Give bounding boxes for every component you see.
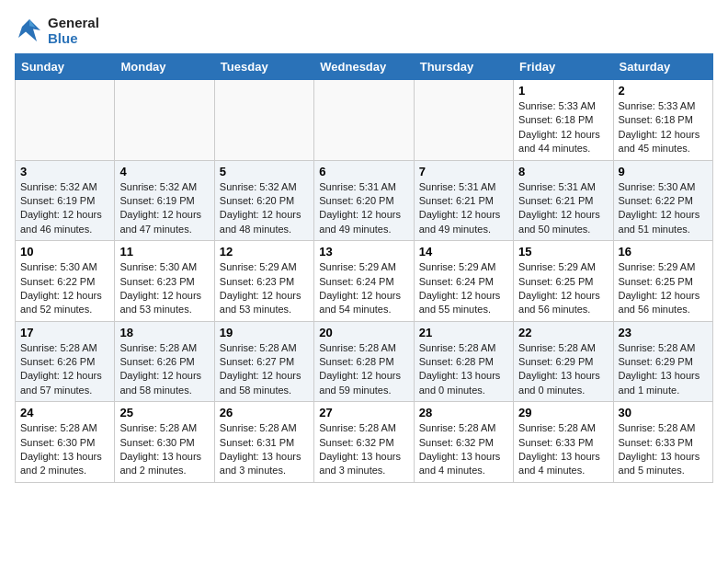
calendar-table: SundayMondayTuesdayWednesdayThursdayFrid… [15, 53, 713, 483]
calendar-cell [16, 80, 115, 161]
day-number: 12 [220, 245, 309, 259]
day-info: Sunrise: 5:28 AM Sunset: 6:32 PM Dayligh… [419, 421, 508, 478]
day-info: Sunrise: 5:29 AM Sunset: 6:23 PM Dayligh… [220, 260, 309, 317]
day-info: Sunrise: 5:31 AM Sunset: 6:21 PM Dayligh… [419, 180, 508, 237]
day-number: 27 [319, 406, 408, 419]
day-info: Sunrise: 5:28 AM Sunset: 6:33 PM Dayligh… [619, 421, 708, 478]
day-number: 18 [119, 326, 209, 339]
calendar-cell: 3Sunrise: 5:32 AM Sunset: 6:19 PM Daylig… [16, 160, 115, 241]
day-number: 26 [220, 406, 309, 419]
col-header-saturday: Saturday [613, 54, 712, 80]
day-info: Sunrise: 5:30 AM Sunset: 6:22 PM Dayligh… [619, 180, 708, 237]
day-number: 28 [419, 406, 508, 419]
day-number: 9 [619, 165, 708, 178]
calendar-cell: 29Sunrise: 5:28 AM Sunset: 6:33 PM Dayli… [514, 402, 613, 483]
day-info: Sunrise: 5:29 AM Sunset: 6:25 PM Dayligh… [518, 260, 608, 317]
logo-icon [15, 16, 44, 45]
day-number: 7 [419, 165, 508, 178]
calendar-cell: 24Sunrise: 5:28 AM Sunset: 6:30 PM Dayli… [16, 402, 115, 483]
day-number: 14 [419, 245, 508, 259]
day-number: 8 [518, 165, 608, 178]
day-info: Sunrise: 5:32 AM Sunset: 6:20 PM Dayligh… [220, 180, 309, 237]
calendar-cell: 15Sunrise: 5:29 AM Sunset: 6:25 PM Dayli… [514, 241, 613, 322]
day-number: 21 [419, 326, 508, 339]
day-info: Sunrise: 5:31 AM Sunset: 6:20 PM Dayligh… [319, 180, 408, 237]
day-number: 22 [518, 326, 608, 339]
calendar-cell: 14Sunrise: 5:29 AM Sunset: 6:24 PM Dayli… [414, 241, 513, 322]
day-number: 6 [319, 165, 408, 178]
calendar-cell: 23Sunrise: 5:28 AM Sunset: 6:29 PM Dayli… [613, 321, 712, 402]
calendar-cell: 17Sunrise: 5:28 AM Sunset: 6:26 PM Dayli… [16, 321, 115, 402]
day-number: 24 [20, 406, 109, 419]
day-info: Sunrise: 5:28 AM Sunset: 6:28 PM Dayligh… [419, 341, 508, 398]
day-info: Sunrise: 5:28 AM Sunset: 6:30 PM Dayligh… [20, 421, 109, 478]
day-number: 20 [319, 326, 408, 339]
calendar-cell: 30Sunrise: 5:28 AM Sunset: 6:33 PM Dayli… [613, 402, 712, 483]
calendar-cell: 11Sunrise: 5:30 AM Sunset: 6:23 PM Dayli… [115, 241, 214, 322]
day-number: 17 [20, 326, 109, 339]
calendar-cell: 4Sunrise: 5:32 AM Sunset: 6:19 PM Daylig… [115, 160, 214, 241]
day-number: 13 [319, 245, 408, 259]
day-info: Sunrise: 5:29 AM Sunset: 6:25 PM Dayligh… [619, 260, 708, 317]
day-number: 11 [119, 245, 209, 259]
calendar-cell: 21Sunrise: 5:28 AM Sunset: 6:28 PM Dayli… [414, 321, 513, 402]
calendar-week-row: 17Sunrise: 5:28 AM Sunset: 6:26 PM Dayli… [16, 321, 713, 402]
col-header-sunday: Sunday [16, 54, 115, 80]
calendar-cell: 8Sunrise: 5:31 AM Sunset: 6:21 PM Daylig… [514, 160, 613, 241]
day-info: Sunrise: 5:29 AM Sunset: 6:24 PM Dayligh… [419, 260, 508, 317]
day-info: Sunrise: 5:28 AM Sunset: 6:29 PM Dayligh… [518, 341, 608, 398]
calendar-cell: 22Sunrise: 5:28 AM Sunset: 6:29 PM Dayli… [514, 321, 613, 402]
col-header-monday: Monday [115, 54, 214, 80]
calendar-cell: 25Sunrise: 5:28 AM Sunset: 6:30 PM Dayli… [115, 402, 214, 483]
day-info: Sunrise: 5:28 AM Sunset: 6:26 PM Dayligh… [119, 341, 209, 398]
day-info: Sunrise: 5:28 AM Sunset: 6:27 PM Dayligh… [220, 341, 309, 398]
day-number: 29 [518, 406, 608, 419]
calendar-cell: 7Sunrise: 5:31 AM Sunset: 6:21 PM Daylig… [414, 160, 513, 241]
day-number: 10 [20, 245, 109, 259]
day-info: Sunrise: 5:28 AM Sunset: 6:29 PM Dayligh… [619, 341, 708, 398]
day-number: 5 [220, 165, 309, 178]
day-number: 2 [619, 84, 708, 98]
day-number: 1 [518, 84, 608, 98]
col-header-friday: Friday [514, 54, 613, 80]
day-info: Sunrise: 5:30 AM Sunset: 6:23 PM Dayligh… [119, 260, 209, 317]
day-info: Sunrise: 5:32 AM Sunset: 6:19 PM Dayligh… [20, 180, 109, 237]
day-number: 19 [220, 326, 309, 339]
day-number: 15 [518, 245, 608, 259]
calendar-cell: 16Sunrise: 5:29 AM Sunset: 6:25 PM Dayli… [613, 241, 712, 322]
day-info: Sunrise: 5:33 AM Sunset: 6:18 PM Dayligh… [619, 99, 708, 156]
calendar-cell: 9Sunrise: 5:30 AM Sunset: 6:22 PM Daylig… [613, 160, 712, 241]
day-number: 4 [119, 165, 209, 178]
day-number: 25 [119, 406, 209, 419]
calendar-cell: 5Sunrise: 5:32 AM Sunset: 6:20 PM Daylig… [214, 160, 313, 241]
calendar-header-row: SundayMondayTuesdayWednesdayThursdayFrid… [16, 54, 713, 80]
day-info: Sunrise: 5:30 AM Sunset: 6:22 PM Dayligh… [20, 260, 109, 317]
calendar-cell: 13Sunrise: 5:29 AM Sunset: 6:24 PM Dayli… [314, 241, 414, 322]
calendar-cell: 28Sunrise: 5:28 AM Sunset: 6:32 PM Dayli… [414, 402, 513, 483]
calendar-cell: 12Sunrise: 5:29 AM Sunset: 6:23 PM Dayli… [214, 241, 313, 322]
header: General Blue [15, 15, 713, 46]
calendar-week-row: 1Sunrise: 5:33 AM Sunset: 6:18 PM Daylig… [16, 80, 713, 161]
day-number: 30 [619, 406, 708, 419]
day-info: Sunrise: 5:33 AM Sunset: 6:18 PM Dayligh… [518, 99, 608, 156]
col-header-wednesday: Wednesday [314, 54, 414, 80]
calendar-cell: 6Sunrise: 5:31 AM Sunset: 6:20 PM Daylig… [314, 160, 414, 241]
calendar-week-row: 3Sunrise: 5:32 AM Sunset: 6:19 PM Daylig… [16, 160, 713, 241]
day-info: Sunrise: 5:28 AM Sunset: 6:31 PM Dayligh… [220, 421, 309, 478]
day-info: Sunrise: 5:28 AM Sunset: 6:30 PM Dayligh… [119, 421, 209, 478]
calendar-cell: 20Sunrise: 5:28 AM Sunset: 6:28 PM Dayli… [314, 321, 414, 402]
calendar-cell: 19Sunrise: 5:28 AM Sunset: 6:27 PM Dayli… [214, 321, 313, 402]
day-info: Sunrise: 5:28 AM Sunset: 6:32 PM Dayligh… [319, 421, 408, 478]
day-info: Sunrise: 5:28 AM Sunset: 6:26 PM Dayligh… [20, 341, 109, 398]
calendar-cell: 2Sunrise: 5:33 AM Sunset: 6:18 PM Daylig… [613, 80, 712, 161]
calendar-cell [214, 80, 313, 161]
day-info: Sunrise: 5:31 AM Sunset: 6:21 PM Dayligh… [518, 180, 608, 237]
day-info: Sunrise: 5:29 AM Sunset: 6:24 PM Dayligh… [319, 260, 408, 317]
day-info: Sunrise: 5:28 AM Sunset: 6:28 PM Dayligh… [319, 341, 408, 398]
calendar-cell [115, 80, 214, 161]
day-info: Sunrise: 5:28 AM Sunset: 6:33 PM Dayligh… [518, 421, 608, 478]
day-number: 3 [20, 165, 109, 178]
calendar-cell: 27Sunrise: 5:28 AM Sunset: 6:32 PM Dayli… [314, 402, 414, 483]
col-header-tuesday: Tuesday [214, 54, 313, 80]
calendar-week-row: 10Sunrise: 5:30 AM Sunset: 6:22 PM Dayli… [16, 241, 713, 322]
